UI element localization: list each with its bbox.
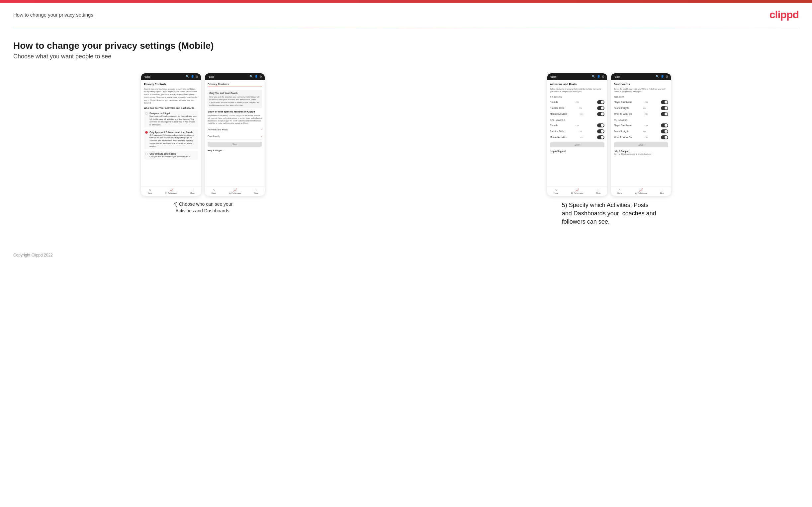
help-text-4: Help & Support — [614, 150, 668, 152]
coaches-roundinsights-toggle[interactable] — [661, 106, 668, 110]
back-button-3[interactable]: ‹ Back — [550, 76, 557, 78]
coaches-whattowork-toggle[interactable] — [661, 112, 668, 116]
profile-icon-3[interactable]: 👤 — [597, 75, 601, 78]
coaches-manual-toggle[interactable] — [597, 112, 604, 116]
search-icon-2[interactable]: 🔍 — [249, 75, 253, 78]
screenshots-row: ‹ Back 🔍 👤 ⚙ Privacy Controls Control ho… — [13, 73, 799, 226]
nav-home-2[interactable]: ⌂ Home — [211, 188, 216, 194]
settings-icon-2[interactable]: ⚙ — [259, 75, 262, 78]
option-approved[interactable]: Only Approved Followers and Your Coach O… — [144, 129, 198, 149]
screen3-title: Activities and Posts — [550, 82, 604, 86]
nav-menu-1[interactable]: ☰ Menu — [190, 188, 195, 194]
followers-drills-label: Practice Drills — [550, 130, 564, 132]
screen1-section-label: Who Can See Your Activities and Dashboar… — [144, 107, 198, 109]
followers-roundinsights-toggle[interactable] — [661, 129, 668, 133]
back-button-2[interactable]: ‹ Back — [208, 76, 214, 78]
top-color-bar — [0, 0, 812, 3]
menu-label-4: Menu — [660, 192, 665, 194]
nav-perf-2[interactable]: 📈 My Performance — [229, 188, 241, 194]
help-text-2: Help & Support — [208, 149, 262, 152]
footer: Copyright Clippd 2022 — [0, 246, 812, 264]
nav-home-1[interactable]: ⌂ Home — [148, 188, 152, 194]
followers-rounds-label: Rounds — [550, 124, 558, 126]
menu-icon-1: ☰ — [191, 188, 194, 192]
followers-roundinsights-label: Round Insights — [614, 130, 629, 132]
toggle-followers-player-dash: Player Dashboard ON — [614, 122, 668, 128]
menu-label-1: Menu — [190, 192, 195, 194]
option-everyone-text: Everyone on Clippd Everyone on Clippd ca… — [149, 112, 197, 126]
coaches-rounds-toggle[interactable] — [597, 100, 604, 104]
settings-icon[interactable]: ⚙ — [196, 75, 198, 78]
nav-menu-3[interactable]: ☰ Menu — [597, 188, 601, 194]
followers-rounds-toggle[interactable] — [597, 123, 604, 127]
option-onlyyou[interactable]: Only You and Your Coach Only you and the… — [144, 151, 198, 159]
perf-icon-1: 📈 — [169, 188, 173, 192]
nav-home-4[interactable]: ⌂ Home — [617, 188, 622, 194]
settings-icon-3[interactable]: ⚙ — [602, 75, 604, 78]
followers-rounds-on: ON — [575, 124, 578, 126]
coaches-rounds-on: ON — [575, 101, 578, 103]
nav-menu-2[interactable]: ☰ Menu — [254, 188, 258, 194]
perf-icon-4: 📈 — [639, 188, 643, 192]
save-button-2[interactable]: Save — [208, 142, 262, 147]
followers-playerdash-toggle[interactable] — [661, 123, 668, 127]
copyright: Copyright Clippd 2022 — [13, 253, 53, 258]
screen2-content: Privacy Controls Only You and Your Coach… — [205, 80, 265, 186]
radio-everyone[interactable] — [145, 112, 148, 115]
nav-icons-1: 🔍 👤 ⚙ — [186, 75, 198, 78]
coaches-drills-on: ON — [579, 107, 582, 109]
toggle-followers-round-insights: Round Insights ON — [614, 128, 668, 134]
save-button-4[interactable]: Save — [614, 143, 668, 147]
perf-label-3: My Performance — [571, 192, 583, 194]
privacy-tab[interactable]: Privacy Controls — [208, 82, 262, 87]
page-title: How to change your privacy settings (Mob… — [13, 41, 799, 51]
followers-playerdash-on: ON — [645, 124, 648, 126]
profile-icon[interactable]: 👤 — [191, 75, 194, 78]
home-icon-2: ⌂ — [212, 188, 214, 192]
radio-approved[interactable] — [145, 131, 148, 134]
followers-whattowork-toggle[interactable] — [661, 135, 668, 139]
perf-icon-2: 📈 — [233, 188, 237, 192]
coaches-drills-toggle[interactable] — [597, 106, 604, 110]
nav-perf-4[interactable]: 📈 My Performance — [635, 188, 647, 194]
settings-icon-4[interactable]: ⚙ — [666, 75, 668, 78]
search-icon-4[interactable]: 🔍 — [656, 75, 659, 78]
followers-roundinsights-on: ON — [643, 130, 646, 132]
coaches-playerdash-toggle[interactable] — [661, 100, 668, 104]
home-label-2: Home — [211, 192, 216, 194]
menu-activities[interactable]: Activities and Posts › — [208, 126, 262, 133]
toggle-followers-whattowk: What To Work On ON — [614, 134, 668, 140]
bottom-bar-1: ⌂ Home 📈 My Performance ☰ Menu — [141, 186, 201, 196]
coaches-whattowork-label: What To Work On — [614, 113, 632, 115]
nav-menu-4[interactable]: ☰ Menu — [660, 188, 665, 194]
search-icon-3[interactable]: 🔍 — [592, 75, 596, 78]
followers-manual-toggle[interactable] — [597, 135, 604, 139]
nav-home-3[interactable]: ⌂ Home — [554, 188, 558, 194]
followers-drills-toggle[interactable] — [597, 129, 604, 133]
caption-1: 4) Choose who can see yourActivities and… — [173, 201, 233, 214]
back-button-1[interactable]: ‹ Back — [144, 76, 150, 78]
screen3-content: Activities and Posts Select the types of… — [547, 80, 607, 186]
header: How to change your privacy settings clip… — [0, 3, 812, 27]
profile-icon-4[interactable]: 👤 — [661, 75, 664, 78]
bottom-bar-3: ⌂ Home 📈 My Performance ☰ Menu — [547, 186, 607, 196]
home-icon-1: ⌂ — [149, 188, 151, 192]
menu-dashboards[interactable]: Dashboards › — [208, 133, 262, 140]
radio-onlyyou[interactable] — [145, 153, 148, 155]
option-everyone[interactable]: Everyone on Clippd Everyone on Clippd ca… — [144, 111, 198, 127]
toggle-coaches-player-dash: Player Dashboard ON — [614, 99, 668, 105]
search-icon[interactable]: 🔍 — [186, 75, 189, 78]
back-button-4[interactable]: ‹ Back — [614, 76, 620, 78]
help-text-3: Help & Support — [550, 150, 604, 152]
option-onlyyou-text: Only You and Your Coach Only you and the… — [149, 152, 190, 158]
home-label-3: Home — [554, 192, 558, 194]
nav-bar-1: ‹ Back 🔍 👤 ⚙ — [141, 73, 201, 80]
nav-perf-1[interactable]: 📈 My Performance — [165, 188, 177, 194]
save-button-3[interactable]: Save — [550, 143, 604, 147]
profile-icon-2[interactable]: 👤 — [254, 75, 258, 78]
nav-perf-3[interactable]: 📈 My Performance — [571, 188, 583, 194]
home-icon-3: ⌂ — [555, 188, 557, 192]
followers-drills-on: ON — [579, 130, 582, 132]
coaches-label-3: COACHES — [550, 96, 604, 98]
coaches-playerdash-on: ON — [645, 101, 648, 103]
